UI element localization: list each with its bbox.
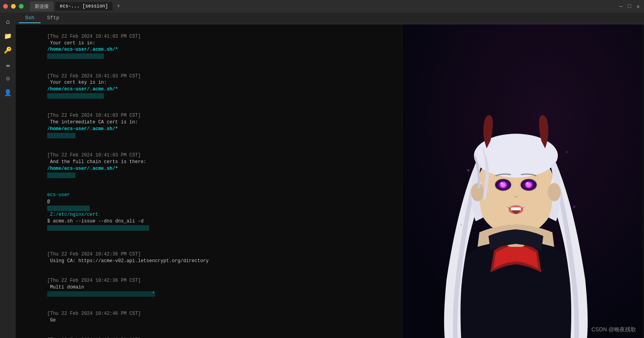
sidebar-icon-settings[interactable]: ⚙ <box>2 72 14 85</box>
tab-new-connection-label: 新连接 <box>35 3 49 10</box>
svg-point-20 <box>493 178 513 192</box>
close-button[interactable]: ✕ <box>635 4 641 9</box>
tab-new-connection[interactable]: 新连接 <box>30 2 54 11</box>
maximize-button[interactable]: □ <box>627 4 632 9</box>
line-ca: [Thu 22 Feb 2024 10:42:36 PM CST] Using … <box>19 244 398 271</box>
svg-point-24 <box>467 169 470 171</box>
maximize-traffic-light[interactable] <box>19 4 24 9</box>
svg-point-6 <box>471 183 484 201</box>
minimize-button[interactable]: — <box>618 4 624 9</box>
window-controls: — □ ✕ <box>618 4 641 9</box>
new-tab-button[interactable]: + <box>114 2 123 11</box>
tab-session-label: ecs-... [session] <box>60 4 108 9</box>
watermark: CSDN @晚夜残歌 <box>591 326 636 333</box>
svg-rect-23 <box>511 208 521 210</box>
svg-point-7 <box>548 183 561 201</box>
line-4: [Thu 22 Feb 2024 10:41:03 PM CST] And th… <box>19 145 398 185</box>
sidebar: ⌂ 📁 🔑 ❠ ⚙ 👤 <box>0 13 16 338</box>
line-webroot: [Thu 22 Feb 2024 10:42:46 PM CST] Gettin… <box>19 331 398 338</box>
line-blank-1 <box>19 238 398 245</box>
content-area: [Thu 22 Feb 2024 10:41:03 PM CST] Your c… <box>16 24 644 338</box>
titlebar: 新连接 ecs-... [session] + — □ ✕ <box>0 0 644 13</box>
main-area: ⌂ 📁 🔑 ❠ ⚙ 👤 Ssh Sftp [Thu 22 Feb 2024 10… <box>0 13 644 338</box>
tab-sftp[interactable]: Sftp <box>41 13 65 23</box>
sidebar-icon-key[interactable]: 🔑 <box>2 44 14 57</box>
tab-session[interactable]: ecs-... [session] <box>55 2 113 11</box>
tab-ssh[interactable]: Ssh <box>19 13 41 23</box>
tab-bar: 新连接 ecs-... [session] + <box>30 2 612 11</box>
sidebar-icon-folder[interactable]: 📁 <box>2 30 14 42</box>
sidebar-icon-user[interactable]: 👤 <box>2 86 14 99</box>
line-1: [Thu 22 Feb 2024 10:41:03 PM CST] Your c… <box>19 27 398 66</box>
line-prompt-1: ecs-user @ Z:/etc/nginx/cert $ acme.sh -… <box>19 185 398 238</box>
titlebar-left <box>3 4 24 9</box>
line-multi: [Thu 22 Feb 2024 10:42:36 PM CST] Multi … <box>19 271 398 304</box>
line-2: [Thu 22 Feb 2024 10:41:03 PM CST] Your c… <box>19 66 398 106</box>
svg-point-25 <box>566 151 568 153</box>
protocol-tabbar: Ssh Sftp <box>16 13 644 24</box>
sidebar-icon-home[interactable]: ⌂ <box>2 16 14 28</box>
anime-image-panel: CSDN @晚夜残歌 <box>401 24 644 338</box>
terminal-output[interactable]: [Thu 22 Feb 2024 10:41:03 PM CST] Your c… <box>16 24 401 338</box>
anime-illustration <box>401 24 644 338</box>
close-traffic-light[interactable] <box>3 4 8 9</box>
svg-point-26 <box>460 224 462 226</box>
line-3: [Thu 22 Feb 2024 10:41:03 PM CST] The in… <box>19 106 398 146</box>
line-ge: [Thu 22 Feb 2024 10:42:46 PM CST] Ge <box>19 304 398 330</box>
sidebar-icon-terminal[interactable]: ❠ <box>2 58 14 71</box>
svg-point-21 <box>519 178 539 192</box>
minimize-traffic-light[interactable] <box>11 4 16 9</box>
svg-point-27 <box>573 206 576 208</box>
